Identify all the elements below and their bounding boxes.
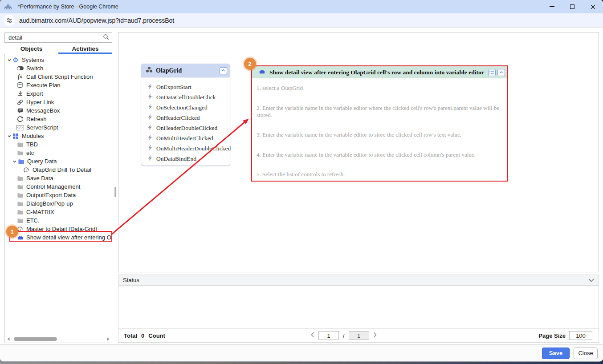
horizontal-scrollbar[interactable] (6, 337, 111, 341)
tree-item-messagebox[interactable]: MessageBox (5, 106, 112, 115)
event-onmultiheaderclicked[interactable]: OnMultiHeaderClicked (148, 133, 230, 143)
prev-page-button[interactable] (311, 332, 314, 339)
event-label: OnDataBindEnd (156, 155, 196, 162)
count-value: 0 (141, 332, 144, 339)
tree-item-label: TBD (26, 141, 38, 148)
tree-item-save-data[interactable]: Save Data (5, 174, 112, 182)
scroll-right-arrow[interactable] (106, 337, 111, 341)
tab-objects[interactable]: Objects (4, 44, 58, 54)
folder-blue-icon (17, 158, 24, 165)
tree-item-serverscript[interactable]: </> ServerScript (5, 123, 112, 132)
url-bar[interactable]: aud.bimatrix.com/AUD/popview.jsp?id=aud7… (0, 13, 603, 28)
activity-detail-panel[interactable]: Show detail view after entering OlapGrid… (251, 65, 508, 182)
close-button[interactable]: Close (574, 348, 598, 359)
chevron-down-icon[interactable] (7, 58, 12, 62)
folder-icon (16, 175, 24, 182)
page-size-control: Page Size (538, 331, 599, 340)
chevron-down-icon[interactable] (588, 279, 594, 282)
collapse-button[interactable] (497, 69, 505, 76)
event-label: OnMultiHeaderDoubleClicked (156, 145, 231, 152)
tree-item-etc2[interactable]: ETC. (5, 216, 112, 225)
function-icon: fx (16, 73, 24, 81)
tree-item-label: Call Client Script Function (26, 73, 93, 80)
current-page-input[interactable] (318, 331, 339, 340)
tree-item-label: MessageBox (26, 107, 60, 114)
olapgrid-header[interactable]: OlapGrid (141, 64, 230, 77)
gear-icon: ⚙ (12, 57, 19, 64)
count-label: Count (148, 332, 165, 339)
tree-item-output-export-data[interactable]: Output/Export Data (5, 191, 112, 199)
scrollbar-thumb[interactable] (14, 337, 57, 341)
activity-title: Show detail view after entering OlapGrid… (269, 69, 484, 76)
tree-item-label: DialogBox/Pop-up (26, 200, 73, 207)
process-canvas: OlapGrid OnExportStart OnDataCellDoubleC… (118, 32, 599, 272)
close-window-button[interactable] (583, 0, 603, 13)
scroll-left-arrow[interactable] (6, 337, 11, 341)
event-label: OnExportStart (156, 84, 191, 91)
event-ondatabindend[interactable]: OnDataBindEnd (148, 154, 230, 164)
toggle-switch-icon (16, 65, 24, 72)
url-text: aud.bimatrix.com/AUD/popview.jsp?id=aud7… (19, 17, 174, 24)
olapgrid-node[interactable]: OlapGrid OnExportStart OnDataCellDoubleC… (141, 64, 230, 166)
tree-item-refresh[interactable]: Refresh (5, 115, 112, 123)
module-brick-icon (259, 68, 265, 77)
next-page-button[interactable] (373, 332, 377, 339)
collapse-button[interactable] (220, 67, 227, 74)
tree-item-control-management[interactable]: Control Management (5, 182, 112, 191)
search-icon[interactable] (103, 34, 109, 41)
tree-item-systems[interactable]: ⚙ Systems (5, 56, 112, 64)
minimize-button[interactable] (542, 0, 562, 13)
lightning-icon (148, 104, 152, 112)
event-label: OnSelectionChanged (156, 104, 208, 111)
save-button[interactable]: Save (542, 348, 570, 359)
tree-item-label: ETC. (26, 217, 40, 224)
chevron-down-icon[interactable] (7, 134, 12, 138)
annotation-badge-2: 2 (244, 58, 256, 70)
search-box (4, 32, 112, 43)
svg-text:1: 1 (26, 169, 28, 172)
tree-item-modules[interactable]: Modules (5, 132, 112, 140)
panel-splitter-handle[interactable] (114, 187, 116, 197)
tree-item-label: G-MATRIX (26, 209, 54, 215)
event-ondatacelldoubleclick[interactable]: OnDataCellDoubleClick (148, 92, 230, 102)
event-onheaderdoubleclicked[interactable]: OnHeaderDoubleClicked (148, 123, 230, 133)
tree-item-tbd[interactable]: TBD (5, 140, 112, 149)
tab-activities[interactable]: Activities (58, 44, 112, 54)
tree-item-export[interactable]: Export (5, 89, 112, 98)
search-input[interactable] (8, 34, 103, 41)
tree-item-execute-plan[interactable]: Execute Plan (5, 81, 112, 89)
tree-item-label: Execute Plan (26, 82, 61, 89)
tree-item-etc[interactable]: etc (5, 149, 112, 157)
maximize-button[interactable] (562, 0, 583, 13)
status-header[interactable]: Status (118, 275, 599, 286)
olapgrid-events: OnExportStart OnDataCellDoubleClick OnSe… (141, 77, 230, 164)
tree-item-switch[interactable]: Switch (5, 64, 112, 73)
page-size-input[interactable] (569, 331, 592, 340)
site-settings-icon[interactable] (4, 15, 15, 26)
lightning-icon (148, 93, 152, 101)
properties-list-button[interactable] (488, 69, 496, 76)
activity-detail-header[interactable]: Show detail view after entering OlapGrid… (252, 66, 507, 78)
tree-item-dialogbox-popup[interactable]: DialogBox/Pop-up (5, 199, 112, 208)
chevron-down-icon[interactable] (12, 159, 17, 164)
activities-tree: ⚙ Systems Switch fx Call Client Script F… (5, 54, 112, 242)
tree-item-query-data[interactable]: Query Data (5, 157, 112, 166)
step-text: 3. Enter the variable name in the variab… (257, 131, 507, 138)
window-controls (542, 0, 603, 13)
event-onselectionchanged[interactable]: OnSelectionChanged (148, 102, 230, 113)
event-onheaderclicked[interactable]: OnHeaderClicked (148, 113, 230, 123)
folder-icon (16, 217, 24, 224)
total-count: Total 0 Count (118, 332, 165, 339)
lightning-icon (148, 134, 152, 142)
pagination-bar: Total 0 Count / Page Size (118, 328, 599, 342)
event-onmultiheaderdoubleclicked[interactable]: OnMultiHeaderDoubleClicked (148, 143, 230, 154)
tree-item-hyper-link[interactable]: Hyper Link (5, 98, 112, 106)
status-label: Status (123, 277, 139, 283)
window-title: *Performance by Store - Google Chrome (18, 4, 118, 10)
event-onexportstart[interactable]: OnExportStart (148, 82, 230, 92)
tree-item-olapgrid-drill-to-detail[interactable]: 1 OlapGrid Drill To Detail (5, 166, 112, 174)
event-label: OnHeaderClicked (156, 114, 200, 121)
total-pages-input (349, 331, 369, 340)
tree-item-call-client-script-function[interactable]: fx Call Client Script Function (5, 73, 112, 81)
tree-item-g-matrix[interactable]: G-MATRIX (5, 208, 112, 216)
